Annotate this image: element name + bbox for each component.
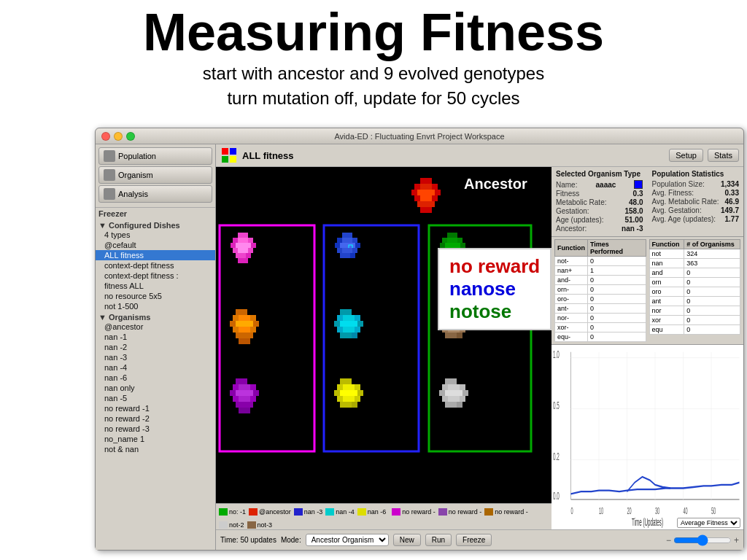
svg-rect-90: [337, 238, 342, 243]
sidebar-org-noreward-1[interactable]: no reward -1: [96, 403, 215, 413]
svg-rect-144: [452, 233, 457, 238]
func-table2-count-cell: 0: [684, 306, 740, 316]
svg-rect-197: [553, 346, 742, 528]
organisms-header[interactable]: ▼ Organisms: [96, 311, 215, 322]
svg-rect-47: [243, 258, 248, 263]
sidebar-dish-cefault[interactable]: @cefault: [96, 240, 215, 250]
func-table1-func-cell: and-: [555, 276, 588, 285]
slider-container: − +: [496, 534, 739, 546]
svg-rect-138: [349, 396, 355, 402]
app-body: Population Organism Analysis Freezer ▼ C…: [96, 144, 743, 550]
titlebar-text: Avida-ED : Fluctuating Envrt Project Wor…: [334, 132, 504, 141]
svg-rect-20: [417, 201, 423, 207]
svg-rect-12: [417, 190, 423, 195]
grid-icon: [220, 147, 238, 164]
svg-rect-142: [352, 402, 357, 408]
legend-color-2: [294, 508, 303, 516]
sidebar-org-nan-2[interactable]: nan -2: [96, 342, 215, 352]
legend-color-7: [484, 508, 493, 516]
minimize-button[interactable]: [114, 132, 123, 141]
stats-button[interactable]: Stats: [708, 149, 739, 162]
sidebar-org-noreward-3[interactable]: no reward -3: [96, 424, 215, 434]
pop-metabolic-row: Avg. Metabolic Rate: 46.9: [652, 198, 740, 206]
svg-rect-33: [248, 238, 253, 243]
sidebar-org-noreward-2[interactable]: no reward -2: [96, 413, 215, 424]
sidebar-item-analysis[interactable]: Analysis: [98, 185, 212, 203]
svg-rect-190: [442, 396, 448, 402]
sidebar-org-nan-6[interactable]: nan -6: [96, 373, 215, 383]
legend-label-6: no reward -: [449, 508, 482, 516]
setup-button[interactable]: Setup: [669, 149, 703, 162]
svg-rect-179: [445, 378, 451, 384]
org-metabolic-value: 48.0: [629, 198, 643, 206]
organism-visualization[interactable]: Ancestor: [216, 167, 551, 502]
slider-minus-icon[interactable]: −: [666, 535, 671, 545]
sidebar-org-nan-4[interactable]: nan -4: [96, 362, 215, 373]
svg-rect-24: [426, 207, 432, 213]
right-panels: Selected Organism Type Name: aaaac Fitne…: [551, 167, 743, 529]
svg-rect-61: [244, 327, 250, 332]
mode-select[interactable]: Ancestor Organism: [306, 534, 389, 546]
svg-rect-151: [450, 243, 455, 248]
sidebar-org-nan-3[interactable]: nan -3: [96, 352, 215, 362]
svg-rect-37: [246, 243, 251, 248]
new-button[interactable]: New: [393, 534, 421, 546]
sidebar-dish-not1500[interactable]: not 1-500: [96, 301, 215, 311]
close-button[interactable]: [101, 132, 110, 141]
legend-label-4: nan -6: [368, 508, 387, 516]
sidebar-dish-4types[interactable]: 4 types: [96, 230, 215, 240]
sidebar-org-notnan[interactable]: not & nan: [96, 444, 215, 454]
svg-rect-36: [241, 243, 246, 248]
org-ancestor-row: Ancestor: nan -3: [556, 225, 643, 233]
svg-rect-153: [460, 243, 465, 248]
overlay-panel: no reward nanose notose: [438, 248, 551, 330]
legend-color-4: [357, 508, 366, 516]
sidebar-item-population[interactable]: Population: [98, 147, 212, 165]
sidebar-dish-allfitness[interactable]: ALL fitness: [96, 250, 215, 260]
svg-rect-195: [451, 402, 457, 408]
maximize-button[interactable]: [126, 132, 135, 141]
sidebar-org-nan-1[interactable]: nan -1: [96, 332, 215, 342]
pop-metabolic-label: Avg. Metabolic Rate:: [652, 198, 719, 206]
run-button[interactable]: Run: [425, 534, 452, 546]
svg-rect-108: [346, 309, 352, 315]
graph-dropdown[interactable]: Average Fitness: [677, 518, 740, 528]
func-table1-func-cell: not-: [555, 257, 588, 266]
sidebar: Population Organism Analysis Freezer ▼ C…: [96, 144, 216, 550]
sidebar-dish-context1[interactable]: context-dept fitness: [96, 260, 215, 271]
sidebar-org-ancestor[interactable]: @ancestor: [96, 322, 215, 332]
svg-rect-117: [357, 321, 363, 327]
svg-rect-127: [337, 384, 343, 390]
pop-metabolic-value: 46.9: [725, 198, 739, 206]
sidebar-dish-fitnessall[interactable]: fitness ALL: [96, 281, 215, 291]
svg-rect-149: [440, 243, 445, 248]
func-table-2: Function # of Organisms not324nan363and0…: [649, 239, 741, 342]
slider-plus-icon[interactable]: +: [734, 535, 739, 545]
svg-rect-79: [233, 396, 239, 402]
func-table1-times-cell: 0: [588, 323, 646, 332]
sidebar-dish-noresource[interactable]: no resource 5x5: [96, 291, 215, 301]
svg-rect-84: [241, 402, 247, 408]
sidebar-item-organism[interactable]: Organism: [98, 166, 212, 184]
sidebar-dish-context2[interactable]: context-dept fitness :: [96, 271, 215, 281]
legend-label-8: not-2: [229, 521, 244, 529]
svg-rect-77: [247, 390, 253, 396]
sidebar-org-nan-5[interactable]: nan -5: [96, 393, 215, 403]
svg-rect-44: [241, 253, 246, 258]
func-table1-times-cell: 0: [588, 285, 646, 295]
svg-rect-193: [460, 396, 465, 402]
svg-rect-87: [244, 408, 250, 413]
speed-slider[interactable]: [673, 534, 732, 546]
pop-stats: Population Statistics Population Size: 1…: [648, 167, 744, 236]
svg-rect-182: [448, 384, 454, 390]
sidebar-org-nanonly[interactable]: nan only: [96, 383, 215, 393]
svg-rect-147: [452, 238, 457, 243]
svg-rect-189: [462, 390, 468, 396]
configured-dishes-header[interactable]: ▼ Configured Dishes: [96, 219, 215, 230]
func-table2-count-cell: 363: [684, 259, 740, 268]
sidebar-org-noname1[interactable]: no_name 1: [96, 434, 215, 444]
freeze-button[interactable]: Freeze: [456, 534, 492, 546]
legend-color-1: [249, 508, 258, 516]
svg-rect-30: [233, 238, 238, 243]
svg-rect-49: [241, 309, 247, 315]
